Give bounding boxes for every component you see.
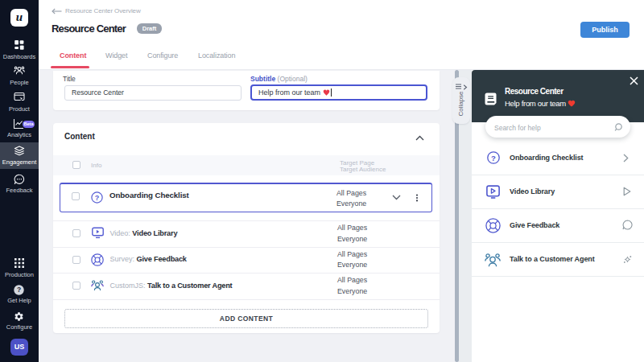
- svg-text:?: ?: [17, 286, 21, 294]
- svg-text:?: ?: [491, 154, 496, 162]
- svg-text:?: ?: [95, 194, 100, 202]
